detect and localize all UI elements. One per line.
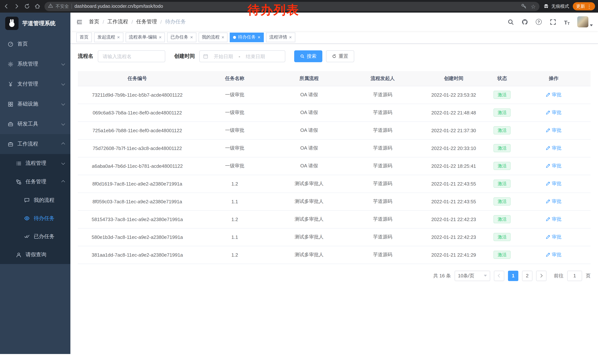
- cell-status: 激活: [488, 193, 517, 210]
- approve-link[interactable]: 审批: [546, 127, 562, 134]
- pagination: 共 16 条 10条/页 1 2 前往 页: [78, 270, 590, 281]
- sidebar-item-label: 工作流程: [17, 141, 38, 147]
- date-range-picker[interactable]: -: [199, 50, 285, 62]
- cell-task-id: 58154733-7ac8-11ec-a9e2-a2380e71991a: [78, 210, 197, 228]
- tab-start-process[interactable]: 发起流程 ×: [94, 32, 123, 42]
- cell-process: OA 请假: [273, 121, 346, 139]
- tab-label: 流程详情: [269, 34, 287, 40]
- home-icon[interactable]: [34, 3, 41, 10]
- tab-process-form-edit[interactable]: 流程表单-编辑 ×: [125, 32, 165, 42]
- flow-icon: [16, 179, 22, 185]
- goto-unit-label: 页: [586, 272, 590, 279]
- back-icon[interactable]: [3, 3, 10, 10]
- approve-link[interactable]: 审批: [546, 145, 562, 152]
- cell-task-id: 381aa1dd-7ac8-11ec-a9e2-a2380e71991a: [78, 246, 197, 264]
- chevron-down-icon: [61, 102, 65, 105]
- sidebar-item-infra[interactable]: 基础设施: [0, 94, 70, 114]
- sidebar-item-my-process[interactable]: 我的流程: [0, 191, 70, 209]
- fullscreen-icon[interactable]: [549, 18, 556, 25]
- cell-task-name: 1.1: [197, 193, 273, 210]
- approve-link[interactable]: 审批: [546, 162, 562, 169]
- page-button-1[interactable]: 1: [508, 270, 518, 281]
- close-icon[interactable]: ×: [222, 35, 224, 40]
- url-text: dashboard.yudao.iocoder.cn/bpm/task/todo: [75, 4, 518, 9]
- app-title: 芋道管理系统: [22, 20, 56, 27]
- breadcrumb-home[interactable]: 首页: [89, 18, 99, 25]
- cell-process: OA 请假: [273, 86, 346, 104]
- sidebar-item-task-mgmt[interactable]: 任务管理: [0, 173, 70, 191]
- table-row: 58154733-7ac8-11ec-a9e2-a2380e71991a 1.2…: [78, 210, 590, 228]
- close-icon[interactable]: ×: [289, 35, 292, 40]
- reload-icon[interactable]: [24, 3, 30, 10]
- sidebar-item-leave-query[interactable]: 请假查询: [0, 245, 70, 264]
- forward-icon[interactable]: [13, 3, 20, 10]
- sidebar-item-home[interactable]: 首页: [0, 34, 70, 54]
- address-bar[interactable]: 不安全 dashboard.yudao.iocoder.cn/bpm/task/…: [44, 2, 540, 11]
- user-menu[interactable]: [577, 16, 593, 27]
- approve-link[interactable]: 审批: [546, 180, 562, 187]
- tab-my-process[interactable]: 我的流程 ×: [199, 32, 228, 42]
- tab-home[interactable]: 首页: [76, 32, 92, 42]
- breadcrumb-workflow[interactable]: 工作流程: [108, 18, 128, 25]
- approve-link[interactable]: 审批: [546, 251, 562, 258]
- next-page-button[interactable]: [536, 270, 547, 281]
- update-button[interactable]: 更新 ⋮: [573, 2, 595, 10]
- sidebar-item-workflow[interactable]: 工作流程: [0, 134, 70, 154]
- help-icon[interactable]: ?: [535, 18, 542, 25]
- cell-initiator: 芋道源码: [346, 246, 420, 264]
- page-button-2[interactable]: 2: [522, 270, 532, 281]
- cell-status: 激活: [488, 139, 517, 157]
- approve-link[interactable]: 审批: [546, 198, 562, 205]
- sidebar-item-process-mgmt[interactable]: 流程管理: [0, 154, 70, 173]
- approve-label: 审批: [552, 198, 562, 205]
- sidebar-item-system[interactable]: 系统管理: [0, 54, 70, 74]
- cell-created: 2022-01-21 22:43:55: [420, 175, 487, 193]
- approve-link[interactable]: 审批: [546, 91, 562, 98]
- start-date-input[interactable]: [210, 53, 236, 59]
- sidebar-item-payment[interactable]: 支付管理: [0, 74, 70, 94]
- breadcrumb-task-mgmt[interactable]: 任务管理: [136, 18, 157, 25]
- font-size-icon[interactable]: TT: [563, 18, 571, 25]
- github-icon[interactable]: [521, 18, 528, 25]
- sidebar-item-done-task[interactable]: 已办任务: [0, 227, 70, 245]
- approve-link[interactable]: 审批: [546, 109, 562, 116]
- close-icon[interactable]: ×: [258, 35, 260, 40]
- close-icon[interactable]: ×: [190, 35, 193, 40]
- cell-task-name: 1.2: [197, 175, 273, 193]
- prev-page-button[interactable]: [494, 270, 504, 281]
- tab-todo-task[interactable]: 待办任务 ×: [230, 32, 264, 42]
- incognito-badge: 无痕模式: [543, 3, 569, 9]
- search-button-label: 搜索: [307, 53, 316, 60]
- goto-page-input[interactable]: [567, 270, 582, 281]
- search-button[interactable]: 搜索: [294, 50, 322, 62]
- incognito-label: 无痕模式: [551, 3, 569, 9]
- approve-link[interactable]: 审批: [546, 216, 562, 223]
- browser-menu-icon[interactable]: ⋮: [587, 4, 592, 9]
- sidebar-toggle-icon[interactable]: [75, 18, 83, 25]
- approve-label: 审批: [552, 162, 562, 169]
- approve-link[interactable]: 审批: [546, 234, 562, 240]
- avatar[interactable]: [577, 16, 588, 27]
- edit-icon: [546, 93, 550, 97]
- page-size-select[interactable]: 10条/页: [455, 270, 490, 281]
- close-icon[interactable]: ×: [159, 35, 162, 40]
- key-icon[interactable]: [520, 3, 527, 10]
- cell-task-name: 1.2: [197, 246, 273, 264]
- cell-created: 2022-01-21 22:43:55: [420, 193, 487, 210]
- end-date-input[interactable]: [242, 53, 268, 59]
- app-logo[interactable]: 芋道管理系统: [0, 13, 70, 34]
- tab-done-task[interactable]: 已办任务 ×: [167, 32, 196, 42]
- cell-process: OA 请假: [273, 139, 346, 157]
- tab-process-detail[interactable]: 流程详情 ×: [266, 32, 295, 42]
- search-icon[interactable]: [507, 18, 514, 25]
- bookmark-star-icon[interactable]: ☆: [531, 4, 536, 9]
- reset-button[interactable]: 重置: [326, 50, 354, 62]
- sidebar-item-devtools[interactable]: 研发工具: [0, 114, 70, 134]
- cell-task-id: 75d72608-7b7f-11ec-a3c8-acde48001122: [78, 139, 197, 157]
- cell-created: 2022-01-21 22:41:29: [420, 246, 487, 264]
- active-dot: [233, 36, 236, 39]
- cell-task-id: 580e1b3d-7ac8-11ec-a9e2-a2380e71991a: [78, 228, 197, 246]
- process-name-input[interactable]: [98, 50, 165, 62]
- sidebar-item-todo-task[interactable]: 待办任务: [0, 209, 70, 227]
- close-icon[interactable]: ×: [117, 35, 120, 40]
